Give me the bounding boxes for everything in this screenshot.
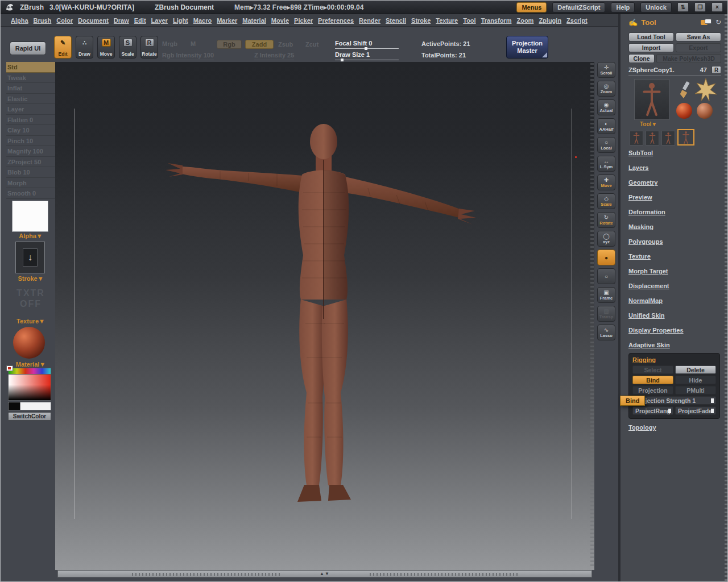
menu-item[interactable]: Zscript	[566, 17, 588, 24]
brush-item[interactable]: Layer	[6, 104, 55, 115]
tool-section[interactable]: Display Properties	[628, 323, 721, 338]
tool-section[interactable]: Displacement	[628, 279, 721, 294]
bind-button[interactable]: Bind	[632, 376, 673, 384]
nav-tile[interactable]: ◇ Scale	[597, 193, 615, 209]
document-canvas[interactable]	[55, 62, 594, 570]
tool-section[interactable]: NormalMap	[628, 294, 721, 309]
nav-tile[interactable]: ○	[597, 268, 615, 284]
tool-section[interactable]: Morph Target	[628, 264, 721, 279]
menu-item[interactable]: Stencil	[386, 17, 406, 24]
zsphere-model-figure[interactable]	[163, 119, 482, 517]
hue-bar[interactable]	[8, 368, 51, 375]
brush-item[interactable]: Blob 10	[6, 167, 55, 178]
menu-item[interactable]: Movie	[271, 17, 289, 24]
menu-item[interactable]: Render	[359, 17, 380, 24]
sphere-tool-thumbnail[interactable]	[697, 103, 713, 119]
tool-section[interactable]: Masking	[628, 220, 721, 235]
stroke-dropdown[interactable]: Stroke▼	[6, 275, 55, 282]
unlock-button[interactable]: Unlock	[640, 2, 672, 13]
nav-tile[interactable]: ▨ Transp	[597, 306, 615, 322]
nav-tile[interactable]: ↻ Rotate	[597, 212, 615, 228]
nav-tile[interactable]: ●	[597, 250, 615, 265]
select-button[interactable]: Select	[632, 365, 673, 374]
menu-item[interactable]: Color	[56, 17, 73, 24]
nav-tile[interactable]: ◉ Actual	[597, 99, 615, 115]
menu-item[interactable]: Brush	[34, 17, 52, 24]
canvas-horizontal-scrollbar[interactable]: ▲▼	[57, 570, 592, 577]
dock-palette-icon[interactable]	[701, 19, 712, 26]
close-button[interactable]: ×	[712, 2, 723, 12]
menu-item[interactable]: Marker	[217, 17, 237, 24]
menu-item[interactable]: Layer	[151, 17, 168, 24]
nav-tile[interactable]: ✚ Move	[597, 174, 615, 190]
menu-item[interactable]: Zplugin	[539, 17, 561, 24]
nav-tile[interactable]: ✛ Scroll	[597, 62, 615, 78]
pmulti-button[interactable]: PMulti	[675, 386, 716, 394]
projection-button[interactable]: Projection	[632, 386, 673, 394]
tool-section[interactable]: Unified Skin	[628, 309, 721, 323]
mode-tile[interactable]: S Scale	[119, 36, 136, 59]
menu-item[interactable]: Light	[173, 17, 188, 24]
projection-master-button[interactable]: Projection Master	[506, 36, 548, 59]
zadd-toggle[interactable]: Zadd	[245, 40, 274, 49]
export-button[interactable]: Export	[676, 43, 721, 52]
switch-color-button[interactable]: SwitchColor	[8, 412, 51, 421]
alpha-thumbnail[interactable]	[12, 201, 48, 232]
brush-item[interactable]: Clay 10	[6, 125, 55, 136]
panel-scrollbar[interactable]	[725, 14, 728, 581]
star-tool-thumbnail[interactable]	[694, 78, 717, 102]
white-swatch[interactable]	[20, 402, 51, 410]
delete-button[interactable]: Delete	[675, 365, 716, 374]
menu-item[interactable]: Alpha	[11, 17, 28, 24]
material-sphere-thumbnail[interactable]	[13, 327, 45, 359]
hide-button[interactable]: Hide	[675, 376, 716, 384]
menu-item[interactable]: Edit	[134, 17, 146, 24]
z-intensity-slider[interactable]: Z Intensity 25	[254, 52, 294, 60]
texture-dropdown[interactable]: Texture▼	[6, 318, 55, 325]
brush-item[interactable]: Std	[6, 62, 55, 73]
tool-section[interactable]: Preview	[628, 190, 721, 205]
m-toggle[interactable]: M	[191, 40, 196, 47]
mode-tile[interactable]: ✎ Edit	[54, 36, 72, 59]
mode-tile[interactable]: R Rotate	[140, 36, 158, 59]
selected-tool-thumbnail[interactable]	[677, 129, 694, 146]
save-as-button[interactable]: Save As	[676, 32, 721, 41]
tool-section[interactable]: Adaptive Skin	[628, 338, 721, 353]
brush-item[interactable]: Inflat	[6, 83, 55, 94]
menu-item[interactable]: Tool	[463, 17, 475, 24]
restore-button[interactable]: ❐	[694, 2, 706, 12]
menu-item[interactable]: Draw	[114, 17, 129, 24]
nav-tile[interactable]: ◎ Zoom	[597, 81, 615, 97]
brush-item[interactable]: Pinch 10	[6, 136, 55, 147]
scrollbar-arrows[interactable]: ▲▼	[320, 571, 330, 576]
menu-item[interactable]: Texture	[436, 17, 458, 24]
brush-tool-thumbnail[interactable]	[675, 80, 692, 99]
nav-tile[interactable]: ○ Local	[597, 137, 615, 153]
brush-item[interactable]: Elastic	[6, 94, 55, 105]
menu-item[interactable]: Preferences	[318, 17, 354, 24]
menu-item[interactable]: Zoom	[516, 17, 533, 24]
brush-item[interactable]: Morph	[6, 178, 55, 189]
draw-size-slider[interactable]: Draw Size 1	[335, 51, 399, 60]
tool-section[interactable]: Deformation	[628, 205, 721, 220]
clone-button[interactable]: Clone	[628, 54, 655, 63]
menu-item[interactable]: Picker	[294, 17, 313, 24]
mode-tile[interactable]: M Move	[97, 36, 115, 59]
project-fade-slider[interactable]: ProjectFade	[675, 406, 716, 415]
rgb-toggle[interactable]: Rgb	[217, 40, 242, 49]
current-tool-slider[interactable]: ZSphereCopy1. 47 R	[628, 66, 721, 76]
nav-tile[interactable]: ∿ Lasso	[597, 325, 615, 340]
rigging-section-header[interactable]: Rigging	[632, 355, 716, 365]
menu-item[interactable]: Document	[78, 17, 109, 24]
rgb-intensity-slider[interactable]: Rgb Intensity 100	[162, 52, 214, 60]
material-dropdown[interactable]: Material▼	[6, 361, 55, 368]
mode-tile[interactable]: ∴ Draw	[76, 36, 93, 59]
r-button[interactable]: R	[712, 66, 721, 74]
nav-tile[interactable]: ◐ AAHalf	[597, 118, 615, 134]
tool-section[interactable]: SubTool	[628, 146, 721, 161]
menus-button[interactable]: Menus	[516, 2, 547, 13]
menu-item[interactable]: Material	[242, 17, 266, 24]
load-tool-button[interactable]: Load Tool	[628, 32, 674, 41]
project-range-slider[interactable]: ProjectRang	[632, 406, 673, 415]
tool-section[interactable]: Geometry	[628, 176, 721, 190]
